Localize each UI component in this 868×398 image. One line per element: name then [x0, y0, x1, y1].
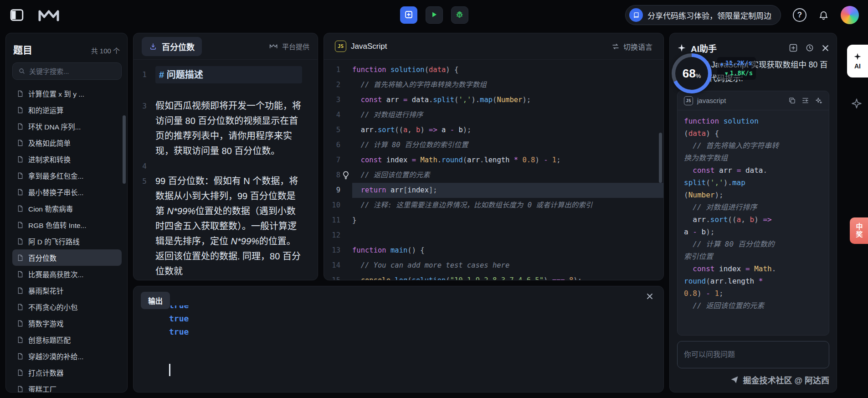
play-icon: [431, 11, 438, 20]
document-icon: [17, 172, 24, 179]
side-tool-icon[interactable]: [851, 98, 863, 109]
sidebar-item[interactable]: Cion 勒索病毒: [12, 200, 122, 217]
editor-line: 13function main() {: [324, 243, 663, 258]
output-title-badge: 输出: [141, 292, 170, 309]
output-console[interactable]: truetruetrue: [134, 305, 663, 392]
code-line: const index = Math.: [684, 263, 822, 275]
tab-javascript[interactable]: JS JavaScript: [335, 41, 387, 52]
run-button[interactable]: [426, 6, 443, 24]
editor-line: 5 arr.sort((a, b) => a - b);: [324, 123, 663, 138]
sidebar-item[interactable]: 环状 DNA 序列...: [12, 118, 122, 134]
ai-header-actions: [789, 43, 829, 52]
ai-question-input[interactable]: [677, 341, 829, 368]
line-number: 1: [324, 62, 352, 78]
code-line: function solution: [684, 115, 822, 127]
sidebar-item-label: 阿 D 的飞行路线: [28, 236, 80, 246]
editor-line: 10 // 注释: 这里需要注意边界情况，比如数组长度为 0 或者计算出的索引: [324, 198, 663, 213]
sidebar-item[interactable]: 及格如此简单: [12, 134, 122, 151]
copy-icon[interactable]: [788, 97, 796, 104]
sidebar-item[interactable]: 和的逆运算: [12, 102, 122, 118]
code-text: const arr = data.split(',').map(Number);: [352, 93, 663, 108]
line-number: 13: [324, 243, 352, 258]
sidebar-item[interactable]: RGB 色值转 Inte...: [12, 217, 122, 233]
search-input[interactable]: [29, 67, 120, 75]
lightbulb-hint-icon[interactable]: [341, 171, 350, 180]
sidebar-item[interactable]: 暴雨梨花针: [12, 282, 122, 299]
history-icon[interactable]: [805, 43, 814, 52]
line-number: 4: [324, 108, 352, 123]
sidebar-item[interactable]: 计算位置 x 到 y ...: [12, 85, 122, 102]
insert-code-icon[interactable]: [801, 97, 809, 104]
js-language-icon: JS: [335, 41, 346, 52]
line-number: 14: [324, 258, 352, 273]
switch-language-button[interactable]: 切换语言: [611, 41, 652, 52]
book-icon: [629, 8, 643, 22]
editor-code: 1function solution(data) {2 // 首先将输入的字符串…: [324, 62, 663, 280]
code-text: return arr[index];: [352, 183, 663, 198]
editor-line: 9 return arr[index];: [324, 183, 663, 198]
network-speed-overlay: ▲11.2K/s ▼1.8K/s: [717, 57, 756, 80]
document-icon: [17, 205, 24, 212]
ai-assistant-tab[interactable]: AI: [847, 45, 868, 78]
sidebar-item-label: 比赛最高获胜次...: [28, 269, 83, 279]
line-number: 5: [134, 174, 155, 279]
help-button[interactable]: ?: [793, 8, 806, 22]
sidebar-item[interactable]: 进制求和转换: [12, 151, 122, 167]
sidebar-item-label: 进制求和转换: [28, 154, 71, 164]
sidebar-item[interactable]: 创意标题匹配: [12, 331, 122, 348]
code-line: 换为数字数组: [684, 152, 822, 164]
problems-sidebar: 题目 共 100 个 计算位置 x 到 y ...和的逆运算环状 DNA 序列.…: [5, 33, 128, 393]
output-line: true: [169, 312, 654, 325]
sidebar-item[interactable]: 蛋糕工厂: [12, 381, 122, 392]
code-line: // 计算 80 百分位数的: [684, 238, 822, 250]
search-icon: [18, 67, 26, 75]
sidebar-item[interactable]: 打点计数器: [12, 364, 122, 381]
sidebar-item[interactable]: 比赛最高获胜次...: [12, 266, 122, 282]
notifications-bell-icon[interactable]: [818, 10, 829, 21]
promo-side-badge[interactable]: 中奖: [850, 217, 868, 244]
editor-scrollbar[interactable]: [659, 133, 662, 183]
document-icon: [17, 254, 24, 261]
sidebar-item[interactable]: 拿到最多红包金...: [12, 167, 122, 184]
plus-square-button[interactable]: [400, 6, 417, 24]
document-icon: [17, 90, 24, 97]
editor-surface[interactable]: 1function solution(data) {2 // 首先将输入的字符串…: [324, 60, 663, 280]
sparkle-icon: [677, 43, 686, 52]
sidebar-item[interactable]: 不再贪心的小包: [12, 299, 122, 315]
help-label: ?: [797, 10, 802, 20]
new-chat-icon[interactable]: [789, 43, 798, 52]
progress-unit: %: [696, 72, 701, 79]
document-icon: [17, 271, 24, 278]
sidebar-item[interactable]: 阿 D 的飞行路线: [12, 233, 122, 249]
line-number: 6: [324, 138, 352, 153]
ai-code-content: function solution(data) { // 首先将输入的字符串转换…: [678, 110, 829, 335]
line-number: 9: [324, 183, 352, 198]
sidebar-item[interactable]: 百分位数: [12, 249, 122, 266]
sidebar-scrollbar[interactable]: [123, 115, 126, 184]
plus-square-icon: [405, 10, 413, 20]
line-number: 7: [324, 153, 352, 168]
output-close-icon[interactable]: [646, 293, 653, 300]
swap-arrows-icon: [611, 42, 620, 51]
promo-banner[interactable]: 分享代码练习体验，领限量定制周边: [625, 5, 781, 25]
progress-value: 68: [683, 67, 696, 81]
sidebar-item[interactable]: 猜数字游戏: [12, 315, 122, 331]
sidebar-toggle-icon[interactable]: [9, 7, 25, 23]
sidebar-item[interactable]: 最小替换子串长...: [12, 184, 122, 200]
close-icon[interactable]: [822, 44, 829, 52]
problem-provider: 平台提供: [269, 41, 309, 51]
sidebar-item[interactable]: 穿越沙漠的补给...: [12, 348, 122, 364]
sparkle-plus-icon[interactable]: [815, 97, 822, 104]
user-avatar[interactable]: [841, 6, 859, 24]
code-text: // 注释: 这里需要注意边界情况，比如数组长度为 0 或者计算出的索引: [352, 198, 663, 213]
line-number: 5: [324, 123, 352, 138]
debug-button[interactable]: [451, 6, 468, 24]
document-icon: [17, 140, 24, 146]
editor-line: 2 // 首先将输入的字符串转换为数字数组: [324, 78, 663, 93]
sidebar-item-label: 最小替换子串长...: [28, 187, 83, 197]
js-language-icon: JS: [684, 96, 693, 105]
editor-line: 3 const arr = data.split(',').map(Number…: [324, 93, 663, 108]
code-language-label: javascript: [697, 97, 726, 104]
code-line: const arr = data.: [684, 164, 822, 176]
search-box[interactable]: [12, 62, 122, 80]
